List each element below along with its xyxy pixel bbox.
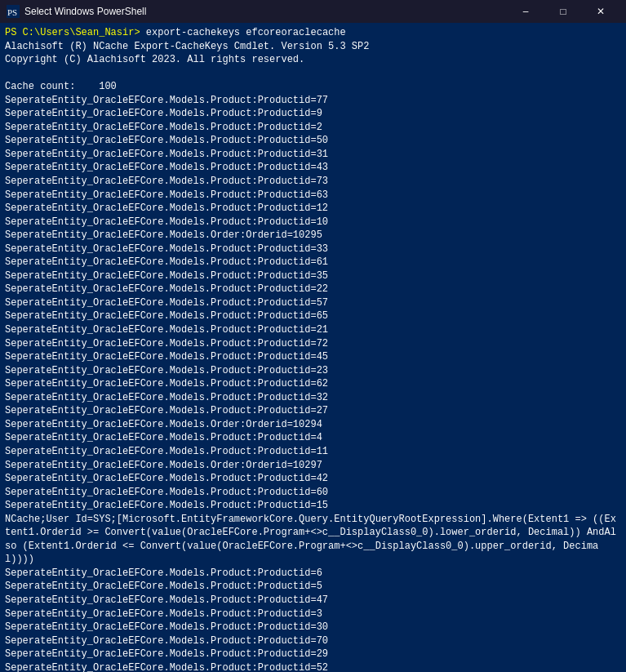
terminal-line: SeperateEntity_OracleEFCore.Models.Produ…: [5, 296, 621, 310]
terminal-line: SeperateEntity_OracleEFCore.Models.Order…: [5, 229, 621, 243]
terminal-line: SeperateEntity_OracleEFCore.Models.Produ…: [5, 472, 621, 486]
title-bar-left: PS Select Windows PowerShell: [7, 5, 146, 18]
terminal-line: SeperateEntity_OracleEFCore.Models.Produ…: [5, 283, 621, 296]
terminal-output: Alachisoft (R) NCache Export-CacheKeys C…: [5, 40, 621, 672]
terminal-line: SeperateEntity_OracleEFCore.Models.Produ…: [5, 499, 621, 513]
terminal-body: PS C:\Users\Sean_Nasir> export-cachekeys…: [0, 23, 626, 672]
terminal-line: SeperateEntity_OracleEFCore.Models.Produ…: [5, 634, 621, 648]
terminal-line: SeperateEntity_OracleEFCore.Models.Produ…: [5, 661, 621, 672]
terminal-line: SeperateEntity_OracleEFCore.Models.Produ…: [5, 431, 621, 445]
terminal-line: NCache;User Id=SYS;[Microsoft.EntityFram…: [5, 513, 621, 567]
terminal-line: SeperateEntity_OracleEFCore.Models.Order…: [5, 418, 621, 432]
terminal-line: SeperateEntity_OracleEFCore.Models.Produ…: [5, 323, 621, 337]
terminal-line: SeperateEntity_OracleEFCore.Models.Produ…: [5, 445, 621, 459]
terminal-line: SeperateEntity_OracleEFCore.Models.Order…: [5, 459, 621, 473]
terminal-line: SeperateEntity_OracleEFCore.Models.Produ…: [5, 594, 621, 607]
powershell-icon: PS: [7, 5, 20, 18]
terminal-line: SeperateEntity_OracleEFCore.Models.Produ…: [5, 256, 621, 269]
terminal-line: SeperateEntity_OracleEFCore.Models.Produ…: [5, 391, 621, 405]
terminal-line: SeperateEntity_OracleEFCore.Models.Produ…: [5, 337, 621, 351]
close-button[interactable]: ✕: [582, 0, 619, 23]
terminal-line: SeperateEntity_OracleEFCore.Models.Produ…: [5, 486, 621, 500]
terminal-line: SeperateEntity_OracleEFCore.Models.Produ…: [5, 269, 621, 283]
terminal-line: Copyright (C) Alachisoft 2023. All right…: [5, 53, 621, 67]
terminal-line: SeperateEntity_OracleEFCore.Models.Produ…: [5, 148, 621, 162]
terminal-line: SeperateEntity_OracleEFCore.Models.Produ…: [5, 648, 621, 661]
terminal-line: SeperateEntity_OracleEFCore.Models.Produ…: [5, 107, 621, 121]
prompt-line: PS C:\Users\Sean_Nasir> export-cachekeys…: [5, 26, 621, 40]
terminal-line: SeperateEntity_OracleEFCore.Models.Produ…: [5, 161, 621, 175]
terminal-line: SeperateEntity_OracleEFCore.Models.Produ…: [5, 175, 621, 189]
title-bar: PS Select Windows PowerShell – □ ✕: [0, 0, 626, 23]
terminal-line: Cache count: 100: [5, 80, 621, 94]
terminal-line: SeperateEntity_OracleEFCore.Models.Produ…: [5, 216, 621, 229]
terminal-line: SeperateEntity_OracleEFCore.Models.Produ…: [5, 607, 621, 621]
terminal-line: Alachisoft (R) NCache Export-CacheKeys C…: [5, 40, 621, 54]
terminal-line: SeperateEntity_OracleEFCore.Models.Produ…: [5, 134, 621, 148]
terminal-line: SeperateEntity_OracleEFCore.Models.Produ…: [5, 404, 621, 418]
terminal-line: SeperateEntity_OracleEFCore.Models.Produ…: [5, 189, 621, 202]
minimize-button[interactable]: –: [507, 0, 544, 23]
terminal-line: SeperateEntity_OracleEFCore.Models.Produ…: [5, 580, 621, 594]
title-bar-controls: – □ ✕: [507, 0, 619, 23]
terminal-line: SeperateEntity_OracleEFCore.Models.Produ…: [5, 364, 621, 378]
prompt-cmd: export-cachekeys efcoreoraclecache: [140, 26, 346, 40]
title-bar-title: Select Windows PowerShell: [24, 6, 146, 17]
terminal-line: SeperateEntity_OracleEFCore.Models.Produ…: [5, 94, 621, 108]
terminal-line: SeperateEntity_OracleEFCore.Models.Produ…: [5, 567, 621, 581]
terminal-line: SeperateEntity_OracleEFCore.Models.Produ…: [5, 350, 621, 364]
terminal-line: SeperateEntity_OracleEFCore.Models.Produ…: [5, 202, 621, 216]
terminal-line: SeperateEntity_OracleEFCore.Models.Produ…: [5, 377, 621, 391]
terminal-line: SeperateEntity_OracleEFCore.Models.Produ…: [5, 309, 621, 323]
terminal-line: SeperateEntity_OracleEFCore.Models.Produ…: [5, 621, 621, 634]
prompt-path: PS C:\Users\Sean_Nasir>: [5, 26, 140, 40]
maximize-button[interactable]: □: [544, 0, 582, 23]
terminal-line: SeperateEntity_OracleEFCore.Models.Produ…: [5, 121, 621, 135]
terminal-line: [5, 67, 621, 81]
terminal-line: SeperateEntity_OracleEFCore.Models.Produ…: [5, 243, 621, 256]
svg-text:PS: PS: [7, 7, 17, 17]
